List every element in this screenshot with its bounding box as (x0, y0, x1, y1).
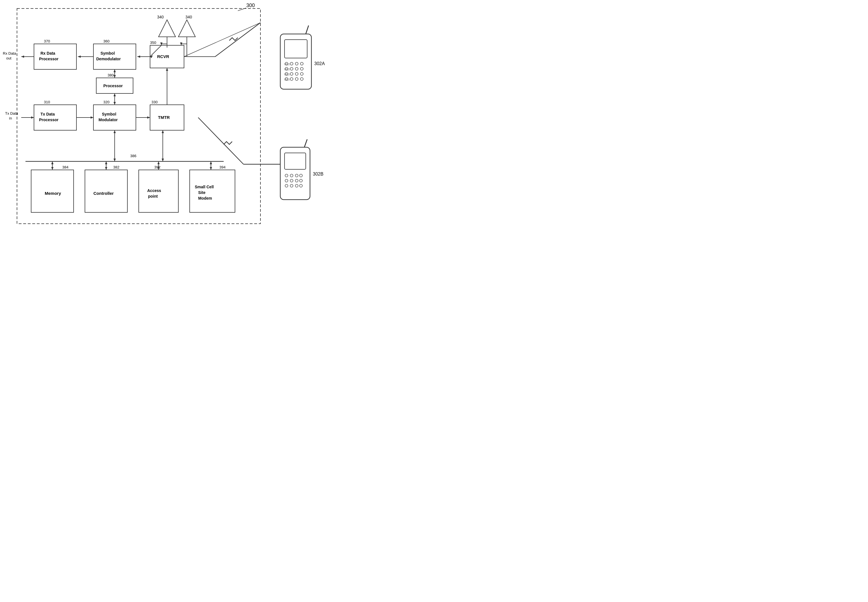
svg-point-87 (290, 78, 293, 80)
access-point-label2: point (148, 194, 158, 198)
tmtr-ref: 330 (152, 100, 158, 104)
svg-marker-2 (158, 20, 176, 37)
rx-proc-ref: 370 (44, 39, 50, 43)
svg-point-104 (299, 184, 302, 187)
svg-marker-45 (31, 117, 34, 119)
svg-point-100 (299, 179, 302, 182)
rcvr-ref: 350 (150, 40, 156, 45)
diagram-container: 300 340 340 RCVR 350 Symbol Demodulator … (0, 0, 340, 235)
svg-point-99 (295, 179, 298, 182)
svg-point-75 (290, 62, 293, 65)
small-cell-label1: Small Cell (195, 184, 214, 189)
svg-marker-53 (162, 158, 164, 161)
memory-label: Memory (45, 191, 61, 196)
svg-marker-42 (166, 68, 168, 71)
svg-point-89 (301, 78, 303, 80)
svg-marker-69 (210, 161, 212, 164)
svg-marker-40 (147, 117, 150, 119)
svg-line-92 (304, 139, 307, 147)
svg-point-79 (290, 68, 293, 70)
svg-marker-70 (210, 167, 212, 170)
svg-point-77 (301, 62, 303, 65)
svg-point-95 (295, 174, 298, 177)
phone2-ref: 302B (313, 172, 323, 177)
sym-demod-label1: Symbol (101, 51, 115, 55)
svg-marker-57 (51, 161, 54, 164)
rx-data-out-label2: out (6, 56, 11, 60)
memory-ref: 384 (62, 165, 69, 169)
processor-ref: 380 (107, 73, 114, 77)
svg-marker-4 (178, 20, 195, 37)
small-cell-ref: 394 (219, 165, 225, 169)
svg-marker-61 (105, 161, 107, 164)
svg-point-102 (290, 184, 293, 187)
svg-point-96 (299, 174, 302, 177)
sym-mod-label2: Modulator (98, 118, 118, 122)
access-point-label1: Access (147, 188, 161, 193)
svg-point-98 (290, 179, 293, 182)
main-label: 300 (246, 3, 255, 8)
tx-data-in-label2: in (9, 116, 12, 120)
svg-marker-47 (90, 117, 94, 119)
controller-label: Controller (94, 191, 114, 196)
svg-point-80 (295, 68, 298, 70)
svg-rect-91 (285, 153, 306, 169)
svg-point-101 (285, 184, 288, 187)
sym-demod-label2: Demodulator (96, 57, 121, 61)
svg-marker-62 (105, 167, 107, 170)
antenna1-ref: 340 (157, 15, 164, 19)
small-cell-label3: Modem (198, 196, 212, 200)
svg-point-76 (295, 62, 298, 65)
controller-ref: 382 (113, 165, 120, 169)
tmtr-label: TMTR (158, 115, 170, 120)
svg-point-83 (290, 72, 293, 75)
svg-marker-58 (51, 167, 54, 170)
svg-line-108 (198, 118, 244, 164)
svg-marker-51 (113, 130, 116, 133)
small-cell-label2: Site (198, 190, 205, 195)
svg-point-85 (301, 72, 303, 75)
svg-point-93 (285, 174, 288, 177)
svg-marker-50 (113, 158, 116, 161)
svg-marker-27 (78, 55, 81, 58)
tx-data-in-label1: Tx Data (5, 111, 18, 115)
svg-marker-33 (113, 75, 116, 78)
svg-point-84 (295, 72, 298, 75)
processor-label: Processor (103, 83, 123, 88)
svg-point-94 (290, 174, 293, 177)
sym-mod-ref: 320 (103, 100, 110, 104)
rx-proc-label2: Processor (39, 57, 58, 61)
svg-marker-54 (162, 130, 164, 133)
bus-ref: 386 (130, 154, 136, 158)
svg-line-73 (306, 26, 308, 34)
svg-marker-37 (113, 94, 116, 96)
svg-marker-36 (113, 102, 116, 105)
svg-marker-32 (113, 69, 116, 72)
svg-rect-72 (285, 40, 307, 58)
svg-point-103 (295, 184, 298, 187)
rx-data-out-label1: Rx Data (3, 51, 17, 55)
tx-proc-label2: Processor (39, 118, 58, 122)
rx-proc-label1: Rx Data (40, 51, 55, 55)
svg-marker-29 (21, 55, 24, 58)
phone1-ref: 302A (314, 61, 325, 66)
svg-point-81 (301, 68, 303, 70)
svg-marker-13 (150, 55, 153, 58)
tx-proc-ref: 310 (44, 100, 50, 104)
svg-rect-67 (190, 170, 235, 212)
sym-demod-ref: 360 (103, 39, 110, 43)
sym-mod-label1: Symbol (102, 112, 117, 117)
antenna2-ref: 340 (186, 15, 192, 19)
tx-proc-label1: Tx Data (40, 112, 55, 117)
svg-marker-24 (137, 55, 140, 58)
svg-point-97 (285, 179, 288, 182)
svg-marker-65 (157, 161, 159, 164)
svg-point-88 (295, 78, 298, 80)
rcvr-label: RCVR (157, 54, 169, 59)
